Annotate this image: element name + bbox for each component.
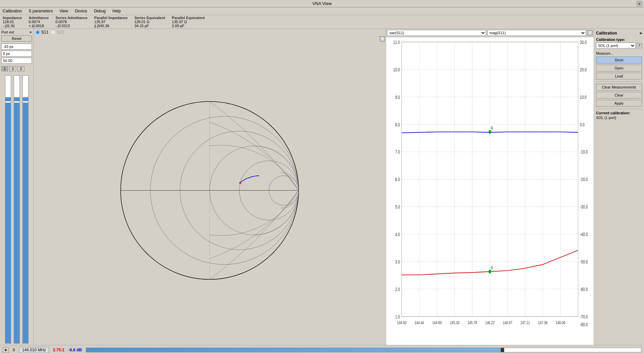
calibration-title: Calibration	[596, 31, 617, 36]
chart-maximize-button[interactable]: ⬜	[587, 30, 593, 36]
svg-text:-50.0: -50.0	[580, 259, 588, 265]
status-bar: + 0 146.010 MHz 2.75:1 -6.6 dB	[0, 345, 644, 353]
impedance-value2: - j31.91	[3, 24, 22, 28]
menu-calibration[interactable]: Calibration	[1, 8, 23, 14]
smith-canvas: ⬜	[34, 36, 386, 345]
series-equivalent-value2: 34.15 pF	[135, 24, 165, 28]
admittance-label: Admittance	[29, 16, 49, 20]
calibration-type-row: SOL (1 port) ?	[596, 43, 642, 49]
menu-debug[interactable]: Debug	[93, 8, 107, 14]
short-button[interactable]: Short	[596, 57, 642, 63]
port-ext-header: Port ext ✕	[1, 30, 32, 34]
svg-point-33	[488, 130, 491, 134]
series-admittance-group: Series Admittance 0.0078 - j0.0313	[55, 16, 88, 28]
s22-radio[interactable]	[51, 30, 55, 35]
cal-divider-2	[596, 109, 642, 109]
current-calibration-label: Current calibration:	[596, 111, 642, 115]
parallel-equivalent-group: Parallel Equivalent 135.97 Ω 2.00 pF	[172, 16, 205, 28]
svg-text:144.89: 144.89	[432, 320, 441, 325]
svg-text:7.0: 7.0	[395, 150, 400, 155]
port-input-3[interactable]	[1, 58, 32, 64]
add-marker-button[interactable]: +	[3, 347, 9, 353]
svg-text:1.0: 1.0	[395, 314, 400, 319]
port-tabs: 1 2 Z	[1, 66, 32, 71]
chart-select-2[interactable]: mag(S11)	[487, 30, 586, 36]
load-button[interactable]: Load	[596, 73, 642, 79]
svg-text:10.0: 10.0	[580, 95, 587, 100]
port-tab-2[interactable]: 2	[9, 66, 16, 71]
s22-label: S22	[57, 30, 64, 35]
port-ext-close-button[interactable]: ✕	[29, 31, 32, 34]
impedance-group: Impedance 128.01 - j31.91	[3, 16, 22, 28]
port-input-2[interactable]	[1, 51, 32, 57]
svg-text:-40.0: -40.0	[580, 232, 588, 237]
measure-label: Measure...	[596, 51, 642, 55]
admittance-group: Admittance 0.0074 + j0.0018	[29, 16, 49, 28]
frequency-sweep-bar[interactable]	[86, 348, 641, 352]
smith-maximize-button[interactable]: ⬜	[380, 36, 385, 42]
svg-text:145.33: 145.33	[450, 320, 459, 325]
parallel-impedance-value2: || j545.36	[94, 24, 128, 28]
left-panel: Port ext ✕ Reset 1 2 Z	[0, 29, 34, 345]
svg-text:5.0: 5.0	[395, 204, 400, 210]
slider-3[interactable]	[22, 75, 29, 344]
clear-button[interactable]: Clear	[596, 92, 642, 99]
slider-2[interactable]	[14, 75, 20, 344]
series-equivalent-value1: 128.01 Ω	[135, 20, 165, 24]
s11-radio[interactable]	[36, 30, 40, 35]
series-equivalent-group: Series Equivalent 128.01 Ω 34.15 pF	[135, 16, 165, 28]
parallel-impedance-group: Parallel Impedance 135.97 || j545.36	[94, 16, 128, 28]
port-tab-1[interactable]: 1	[1, 66, 8, 71]
svg-text:-80.0: -80.0	[580, 322, 588, 327]
calibration-help-button[interactable]: ?	[637, 43, 642, 48]
menu-device[interactable]: Device	[73, 8, 89, 14]
svg-text:-60.0: -60.0	[580, 287, 588, 292]
svg-text:30.0: 30.0	[580, 40, 587, 45]
menu-sparameters[interactable]: S parameters	[27, 8, 54, 14]
svg-text:146.22: 146.22	[485, 320, 494, 325]
port-input-1[interactable]	[1, 44, 32, 50]
reset-button[interactable]: Reset	[1, 36, 32, 42]
s22-radio-label[interactable]: S22	[51, 30, 64, 35]
svg-text:144.44: 144.44	[415, 320, 424, 325]
svg-text:-30.0: -30.0	[580, 204, 588, 210]
svg-text:10.0: 10.0	[393, 67, 400, 72]
parallel-equivalent-value2: 2.00 pF	[172, 24, 205, 28]
title-bar: VNA View ✕	[0, 0, 644, 7]
svg-text:8.0: 8.0	[395, 122, 400, 127]
svg-text:4.0: 4.0	[395, 232, 400, 237]
sweep-progress	[86, 348, 502, 352]
parallel-equivalent-label: Parallel Equivalent	[172, 16, 205, 20]
chart-select-1[interactable]: swr(S11)	[387, 30, 486, 36]
db-display: -6.6 dB	[68, 348, 82, 352]
calibration-type-select[interactable]: SOL (1 port)	[596, 43, 636, 49]
measurement-bar: Impedance 128.01 - j31.91 Admittance 0.0…	[0, 15, 644, 29]
svg-text:147.56: 147.56	[538, 320, 547, 325]
svg-text:3.0: 3.0	[395, 259, 400, 265]
svg-point-9	[239, 182, 241, 184]
apply-button[interactable]: Apply	[596, 100, 642, 107]
open-button[interactable]: Open	[596, 65, 642, 71]
svg-text:-10.0: -10.0	[580, 150, 588, 155]
impedance-value1: 128.01	[3, 20, 22, 24]
svg-text:0.0: 0.0	[580, 122, 585, 127]
port-ext-label: Port ext	[1, 30, 14, 34]
calibration-panel: Calibration ✕ Calibration type: SOL (1 p…	[594, 29, 644, 345]
dual-chart: 0 0 11.0 10.0 9.0 8.0	[386, 37, 594, 345]
marker-counter: 0	[13, 348, 15, 352]
smith-chart-area: S11 S22 ⬜	[34, 29, 386, 345]
calibration-close-button[interactable]: ✕	[639, 32, 642, 35]
svg-text:20.0: 20.0	[580, 67, 587, 72]
menu-help[interactable]: Help	[111, 8, 122, 14]
slider-1[interactable]	[5, 75, 11, 344]
chart-toolbar: swr(S11) mag(S11) ⬜	[386, 29, 594, 37]
clear-measurements-button[interactable]: Clear Measurements	[596, 84, 642, 91]
series-admittance-value2: - j0.0313	[55, 24, 88, 28]
svg-text:-70.0: -70.0	[580, 314, 588, 319]
s11-radio-label[interactable]: S11	[36, 30, 48, 35]
port-tab-z[interactable]: Z	[17, 66, 24, 71]
menu-view[interactable]: View	[58, 8, 69, 14]
svg-text:11.0: 11.0	[393, 40, 400, 45]
window-close-button[interactable]: ✕	[637, 1, 642, 6]
parallel-impedance-label: Parallel Impedance	[94, 16, 128, 20]
